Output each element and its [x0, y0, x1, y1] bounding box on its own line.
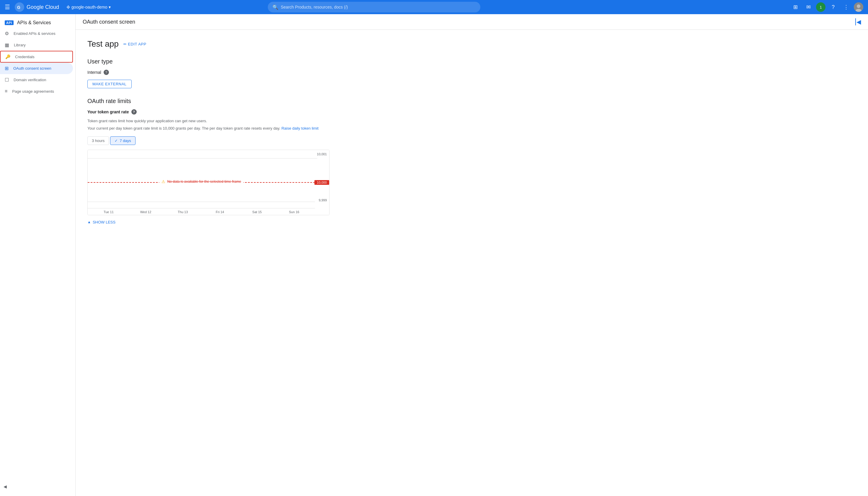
- search-bar[interactable]: 🔍 Search Products, resources, docs (/): [268, 2, 480, 12]
- project-selector[interactable]: ❖ google-oauth-demo ▾: [66, 4, 110, 10]
- user-type-value: Internal: [88, 70, 101, 75]
- chart-y-top-label: 10,001: [317, 152, 327, 156]
- chart-x-label-3: Fri 14: [201, 210, 238, 214]
- collapse-icon: ◀: [3, 484, 7, 489]
- time-button-7d-label: 7 days: [120, 138, 131, 143]
- project-dropdown-icon: ▾: [109, 5, 111, 10]
- domain-verification-icon: ☐: [5, 77, 9, 83]
- more-options-button[interactable]: ⋮: [841, 2, 851, 12]
- sidebar-item-library[interactable]: ▦ Library: [0, 39, 73, 51]
- oauth-rate-limits-title: OAuth rate limits: [88, 98, 329, 105]
- chart-limit-badge: 10,000: [314, 180, 329, 185]
- enabled-apis-icon: ⚙: [5, 31, 9, 36]
- user-type-section: User type Internal ? MAKE EXTERNAL: [88, 58, 329, 88]
- sidebar-item-label: OAuth consent screen: [13, 66, 51, 71]
- library-icon: ▦: [5, 42, 9, 48]
- sidebar-item-enabled-apis[interactable]: ⚙ Enabled APIs & services: [0, 28, 73, 39]
- project-name: google-oauth-demo: [72, 5, 107, 10]
- content-area: OAuth consent screen ◀ Test app ✏ EDIT A…: [76, 14, 868, 496]
- api-badge: API: [5, 20, 14, 25]
- app-title-row: Test app ✏ EDIT APP: [88, 39, 329, 49]
- sidebar-item-page-usage[interactable]: ≡ Page usage agreements: [0, 86, 73, 97]
- svg-text:G: G: [17, 5, 20, 10]
- logo-text: Google Cloud: [27, 4, 59, 10]
- page-usage-icon: ≡: [5, 89, 7, 94]
- notifications-button[interactable]: ✉: [803, 2, 814, 12]
- rate-limit-desc1: Token grant rates limit how quickly your…: [88, 118, 329, 124]
- edit-app-button[interactable]: ✏ EDIT APP: [123, 42, 146, 46]
- show-less-label: SHOW LESS: [93, 220, 115, 224]
- oauth-rate-limits-section: OAuth rate limits Your token grant rate …: [88, 98, 329, 224]
- chart-y-bottom-label: 9,999: [319, 198, 327, 202]
- token-grant-text: Your token grant rate: [88, 110, 129, 114]
- checkmark-icon: ✓: [114, 138, 118, 143]
- edit-app-label: EDIT APP: [128, 42, 146, 46]
- page-header: OAuth consent screen ◀: [76, 14, 868, 30]
- rate-limit-desc2: Your current per day token grant rate li…: [88, 125, 329, 132]
- make-external-button[interactable]: MAKE EXTERNAL: [88, 80, 132, 88]
- panel-collapse-button[interactable]: ◀: [855, 18, 861, 26]
- user-type-help-icon[interactable]: ?: [104, 70, 109, 75]
- apps-button[interactable]: ⊞: [790, 2, 801, 12]
- sidebar-item-oauth-consent[interactable]: ⊞ OAuth consent screen: [0, 63, 73, 74]
- google-cloud-logo: G Google Cloud: [15, 2, 59, 12]
- search-placeholder: Search Products, resources, docs (/): [281, 5, 348, 10]
- user-type-title: User type: [88, 58, 329, 65]
- chart-wrapper: 10,001 ⚠ No data is available for the se…: [88, 150, 329, 215]
- credentials-icon: 🔑: [5, 54, 10, 59]
- sidebar-header: API APIs & Services: [0, 17, 75, 28]
- main-content: Test app ✏ EDIT APP User type Internal ?…: [76, 30, 341, 243]
- sidebar-item-credentials[interactable]: 🔑 Credentials: [0, 51, 73, 63]
- chart-x-label-0: Tue 11: [90, 210, 127, 214]
- sidebar-item-label: Credentials: [15, 55, 34, 59]
- chart-container: 10,001 ⚠ No data is available for the se…: [88, 150, 329, 215]
- chart-x-label-1: Wed 12: [127, 210, 165, 214]
- edit-icon: ✏: [123, 42, 127, 46]
- show-less-button[interactable]: ▲ SHOW LESS: [88, 220, 115, 224]
- app-title: Test app: [88, 39, 119, 49]
- oauth-consent-icon: ⊞: [5, 65, 9, 71]
- sidebar-item-domain-verification[interactable]: ☐ Domain verification: [0, 74, 73, 86]
- token-grant-label: Your token grant rate ?: [88, 109, 329, 114]
- top-navigation: ☰ G Google Cloud ❖ google-oauth-demo ▾ 🔍…: [0, 0, 868, 14]
- page-title: OAuth consent screen: [83, 19, 135, 25]
- google-cloud-logo-icon: G: [15, 2, 24, 12]
- warning-icon: ⚠: [161, 179, 165, 184]
- sidebar-item-label: Library: [14, 43, 26, 47]
- sidebar-title: APIs & Services: [17, 20, 51, 26]
- raise-limit-link[interactable]: Raise daily token limit: [281, 126, 319, 130]
- no-data-text: No data is available for the selected ti…: [167, 180, 241, 184]
- sidebar: API APIs & Services ⚙ Enabled APIs & ser…: [0, 14, 76, 496]
- time-range-buttons: 3 hours ✓ 7 days: [88, 136, 329, 145]
- user-avatar[interactable]: [854, 2, 863, 12]
- chart-x-label-2: Thu 13: [164, 210, 201, 214]
- badge-count[interactable]: 1: [816, 2, 825, 12]
- user-type-label-row: Internal ?: [88, 70, 329, 75]
- no-data-message: ⚠ No data is available for the selected …: [159, 179, 243, 184]
- sidebar-collapse-button[interactable]: ◀: [0, 482, 10, 491]
- token-grant-help-icon[interactable]: ?: [131, 109, 137, 114]
- chart-grid-bottom: [88, 202, 315, 202]
- search-icon: 🔍: [273, 4, 278, 10]
- sidebar-item-label: Page usage agreements: [12, 89, 54, 94]
- time-button-7d[interactable]: ✓ 7 days: [110, 136, 135, 145]
- chart-dashed-line-row: ⚠ No data is available for the selected …: [88, 182, 315, 183]
- svg-point-3: [857, 4, 860, 8]
- hamburger-menu-icon[interactable]: ☰: [5, 3, 10, 11]
- time-button-3h[interactable]: 3 hours: [88, 136, 109, 145]
- chart-x-label-5: Sun 16: [276, 210, 313, 214]
- chevron-up-icon: ▲: [88, 220, 91, 224]
- chart-x-label-4: Sat 15: [238, 210, 276, 214]
- sidebar-item-label: Enabled APIs & services: [14, 31, 56, 36]
- sidebar-item-label: Domain verification: [14, 78, 46, 82]
- help-button[interactable]: ?: [828, 2, 838, 12]
- nav-actions: ⊞ ✉ 1 ? ⋮: [790, 2, 863, 12]
- chart-x-axis: Tue 11 Wed 12 Thu 13 Fri 14 Sat 15 Sun 1…: [88, 208, 315, 215]
